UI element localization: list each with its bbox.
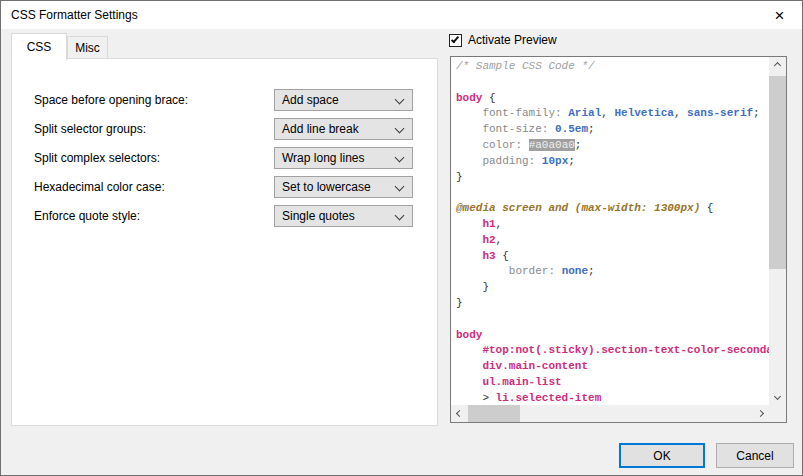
setting-label-space-before-opening-brace: Space before opening brace: xyxy=(34,93,188,107)
close-button[interactable]: × xyxy=(757,1,802,29)
code-token: 0.5em xyxy=(555,123,588,135)
vertical-scrollbar-thumb[interactable] xyxy=(769,76,786,269)
horizontal-scrollbar[interactable] xyxy=(451,405,769,422)
code-line: h2, xyxy=(456,233,769,249)
code-token xyxy=(456,123,482,135)
code-token xyxy=(456,344,482,356)
code-token: sans-serif xyxy=(687,107,753,119)
code-line xyxy=(456,185,769,201)
code-line: h1, xyxy=(456,217,769,233)
vertical-scrollbar[interactable] xyxy=(769,57,786,405)
tab-strip: CSSMisc xyxy=(11,32,108,59)
code-token: { xyxy=(496,250,509,262)
code-token xyxy=(456,234,482,246)
chevron-down-icon xyxy=(395,124,405,134)
code-line: ul.main-list xyxy=(456,375,769,391)
chevron-up-icon xyxy=(774,62,781,69)
scroll-up-button[interactable] xyxy=(769,57,786,74)
dropdown-split-selector-groups[interactable]: Add line break xyxy=(274,118,413,140)
checkbox-icon xyxy=(449,34,462,47)
code-line: #top:not(.sticky).section-text-color-sec… xyxy=(456,343,769,359)
css-formatter-settings-dialog: CSS Formatter Settings × CSSMisc Space b… xyxy=(0,0,803,476)
dropdown-value: Wrap long lines xyxy=(282,151,365,165)
setting-row: Split selector groups:Add line break xyxy=(12,118,437,140)
code-line: color: #a0a0a0; xyxy=(456,138,769,154)
code-token: } xyxy=(456,297,463,309)
tab-misc[interactable]: Misc xyxy=(67,36,108,59)
setting-row: Split complex selectors:Wrap long lines xyxy=(12,147,437,169)
scrollbar-corner xyxy=(769,405,786,422)
dropdown-space-before-opening-brace[interactable]: Add space xyxy=(274,89,413,111)
code-token: color: xyxy=(482,139,528,151)
code-token: #a0a0a0 xyxy=(529,139,575,151)
code-token: ; xyxy=(575,139,582,151)
code-token xyxy=(456,265,509,277)
code-token: , xyxy=(496,218,503,230)
code-line: padding: 10px; xyxy=(456,154,769,170)
code-token: h1 xyxy=(482,218,495,230)
scroll-down-button[interactable] xyxy=(769,388,786,405)
close-icon: × xyxy=(775,7,785,24)
code-token xyxy=(456,218,482,230)
code-token: Arial xyxy=(568,107,601,119)
code-line: } xyxy=(456,280,769,296)
code-token xyxy=(456,376,482,388)
code-token xyxy=(456,155,482,167)
css-preview-pane: /* Sample CSS Code */body { font-family:… xyxy=(450,56,787,423)
dropdown-hexadecimal-color-case[interactable]: Set to lowercase xyxy=(274,176,413,198)
window-title: CSS Formatter Settings xyxy=(11,1,138,29)
dropdown-enforce-quote-style[interactable]: Single quotes xyxy=(274,205,413,227)
code-line: } xyxy=(456,170,769,186)
code-token xyxy=(456,107,482,119)
code-token xyxy=(456,139,482,151)
tab-css[interactable]: CSS xyxy=(11,33,67,60)
chevron-left-icon xyxy=(456,410,463,417)
code-token: } xyxy=(456,171,463,183)
code-line xyxy=(456,75,769,91)
code-token: ; xyxy=(588,265,595,277)
code-area[interactable]: /* Sample CSS Code */body { font-family:… xyxy=(451,57,769,405)
code-token: > xyxy=(482,392,495,404)
code-token: { xyxy=(482,92,495,104)
scroll-right-button[interactable] xyxy=(752,405,769,422)
code-token: @media screen and (max-width: 1300px) xyxy=(456,202,700,214)
code-token: } xyxy=(456,281,489,293)
title-bar: CSS Formatter Settings × xyxy=(1,1,802,29)
code-token: font-family: xyxy=(482,107,568,119)
code-line: body { xyxy=(456,91,769,107)
activate-preview-checkbox[interactable]: Activate Preview xyxy=(449,33,557,47)
ok-button[interactable]: OK xyxy=(619,443,705,468)
code-token: h3 xyxy=(482,250,495,262)
setting-label-split-selector-groups: Split selector groups: xyxy=(34,122,146,136)
dropdown-split-complex-selectors[interactable]: Wrap long lines xyxy=(274,147,413,169)
cancel-button[interactable]: Cancel xyxy=(716,443,794,468)
dropdown-value: Single quotes xyxy=(282,209,355,223)
code-token: #top:not(.sticky).section-text-color-sec… xyxy=(482,344,769,356)
code-token: , xyxy=(601,107,614,119)
horizontal-scrollbar-thumb[interactable] xyxy=(468,405,520,422)
code-token: ; xyxy=(568,155,575,167)
code-token: none xyxy=(562,265,588,277)
chevron-down-icon xyxy=(395,182,405,192)
dropdown-value: Add line break xyxy=(282,122,359,136)
code-token: /* Sample CSS Code */ xyxy=(456,60,595,72)
code-token: , xyxy=(496,234,503,246)
code-token: border: xyxy=(509,265,562,277)
code-line: > li.selected-item xyxy=(456,391,769,405)
code-token xyxy=(456,392,482,404)
tab-page-css: Space before opening brace:Add spaceSpli… xyxy=(11,58,438,426)
scroll-left-button[interactable] xyxy=(451,405,468,422)
code-token: { xyxy=(700,202,713,214)
code-line: /* Sample CSS Code */ xyxy=(456,59,769,75)
setting-row: Hexadecimal color case:Set to lowercase xyxy=(12,176,437,198)
code-token: li.selected-item xyxy=(496,392,602,404)
code-token: ul.main-list xyxy=(482,376,561,388)
code-token: font-size: xyxy=(482,123,555,135)
code-line: border: none; xyxy=(456,264,769,280)
code-line: font-family: Arial, Helvetica, sans-seri… xyxy=(456,106,769,122)
setting-label-hexadecimal-color-case: Hexadecimal color case: xyxy=(34,180,165,194)
chevron-down-icon xyxy=(395,211,405,221)
code-token: div.main-content xyxy=(482,360,588,372)
chevron-down-icon xyxy=(395,95,405,105)
code-line: div.main-content xyxy=(456,359,769,375)
